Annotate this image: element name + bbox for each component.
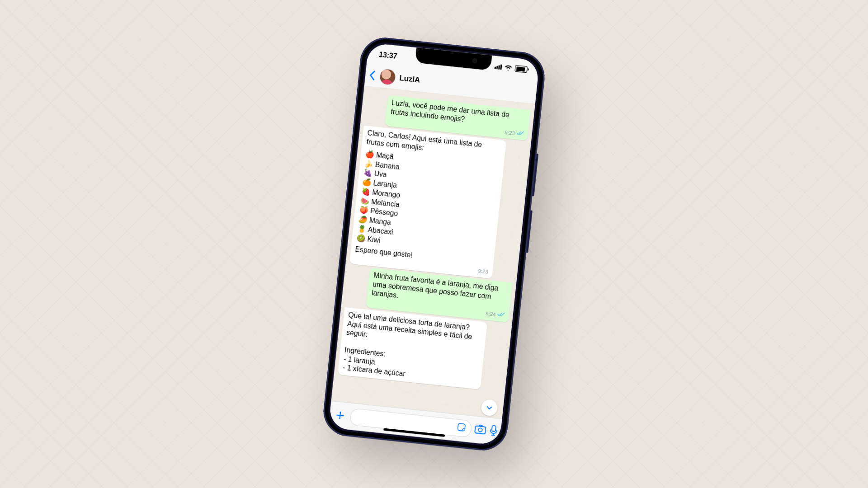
contact-avatar[interactable] (379, 68, 396, 86)
battery-icon (514, 65, 528, 73)
wifi-icon (505, 65, 513, 71)
sticker-icon[interactable] (456, 422, 467, 434)
status-time: 13:37 (378, 50, 397, 60)
svg-rect-0 (458, 423, 465, 431)
cellular-signal-icon (495, 64, 502, 70)
microphone-button[interactable] (489, 424, 499, 438)
message-incoming[interactable]: Claro, Carlos! Aqui está uma lista de fr… (349, 126, 506, 279)
contact-name[interactable]: LuzIA (399, 74, 420, 85)
message-time: 9:23 (505, 129, 515, 137)
message-time: 9:23 (478, 268, 489, 276)
read-receipt-icon (497, 312, 505, 319)
status-icons (494, 63, 528, 73)
fruit-list: 🍎 Maçã 🍌 Banana 🍇 Uva 🍊 Laranja 🍓 Morang… (356, 150, 500, 256)
read-receipt-icon (516, 130, 524, 137)
message-text: Que tal uma deliciosa torta de laranja? … (342, 310, 483, 386)
attach-button[interactable] (332, 407, 349, 424)
phone-screen: 13:37 LuzIA (328, 42, 540, 446)
message-incoming[interactable]: Que tal uma deliciosa torta de laranja? … (338, 307, 487, 389)
svg-rect-1 (475, 426, 486, 434)
message-time: 9:24 (485, 310, 496, 318)
svg-rect-3 (491, 425, 496, 432)
chat-scroll-area[interactable]: Luzia, você pode me dar uma lista de fru… (331, 86, 535, 419)
camera-button[interactable] (473, 423, 487, 437)
svg-point-2 (478, 428, 482, 432)
back-button[interactable] (368, 70, 376, 81)
